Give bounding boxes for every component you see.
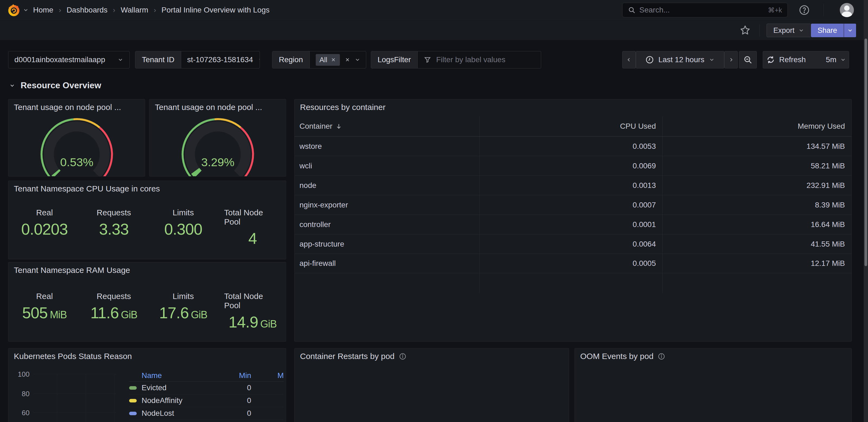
stat-value: 3.33 (99, 220, 129, 238)
variables-row: d0001ainboxatestmailaapp Tenant ID st-10… (0, 51, 868, 68)
refresh-icon (766, 55, 775, 64)
chart-legend-table: Name Min M Evicted0NodeAffinity0NodeLost… (129, 370, 284, 420)
tenant-id-value: st-107263-1581634 (187, 55, 253, 64)
region-chevron-icon[interactable] (354, 57, 361, 63)
panel-title[interactable]: OOM Events by pod (580, 351, 665, 361)
table-row: node0.0013232.91 MiB (294, 175, 851, 195)
share-button[interactable]: Share (811, 24, 844, 37)
stat-value: 14.9GiB (229, 313, 277, 331)
share-button-label: Share (817, 26, 837, 35)
cell-memory-used: 8.39 MiB (662, 201, 851, 209)
stat: Limits0.300 (147, 208, 219, 247)
legend-header-max[interactable]: M (251, 371, 284, 380)
legend-series-name[interactable]: Evicted (142, 384, 191, 392)
stat-label: Limits (173, 208, 194, 217)
panel-cpu-usage: Tenant Namespace CPU Usage in cores Real… (8, 180, 286, 259)
scrollbar-track[interactable] (864, 0, 868, 422)
refresh-group: Refresh 5m (763, 51, 849, 68)
cell-memory-used: 232.91 MiB (662, 181, 851, 190)
refresh-label: Refresh (779, 55, 806, 64)
info-icon[interactable] (658, 353, 665, 360)
cell-memory-used: 58.21 MiB (662, 162, 851, 170)
panel-title[interactable]: Tenant Namespace RAM Usage (14, 265, 130, 275)
avatar[interactable] (840, 3, 854, 17)
y-axis-tick: 80 (10, 390, 30, 398)
cell-cpu-used: 0.0005 (479, 259, 662, 268)
panel-title[interactable]: Tenant Namespace CPU Usage in cores (14, 184, 160, 193)
refresh-interval-dropdown[interactable]: 5m (820, 51, 852, 68)
panel-title[interactable]: Tenant usage on node pool ... (14, 103, 121, 112)
region-filter[interactable]: Region All (272, 51, 366, 68)
export-button-label: Export (773, 26, 795, 35)
breadcrumb-item[interactable]: Home (33, 6, 54, 15)
stat-label: Requests (97, 208, 131, 217)
breadcrumb-item[interactable]: Wallarm (121, 6, 148, 15)
help-icon[interactable] (799, 4, 810, 16)
search-placeholder: Search... (639, 6, 764, 15)
table-row: app-structure0.006441.55 MiB (294, 234, 851, 254)
time-range-picker[interactable]: Last 12 hours (636, 51, 724, 68)
stat-label: Real (36, 292, 53, 301)
zoom-out-button[interactable] (739, 51, 757, 68)
legend-header-name[interactable]: Name (129, 371, 191, 380)
org-switcher-chevron-icon[interactable] (23, 7, 29, 13)
legend-series-name[interactable]: NodeAffinity (142, 396, 191, 405)
table-row: nginx-exporter0.00078.39 MiB (294, 195, 851, 215)
stat-unit: MiB (50, 309, 67, 320)
stat-unit: GiB (191, 309, 207, 320)
time-back-button[interactable] (622, 51, 636, 68)
section-resource-overview[interactable]: Resource Overview (9, 80, 101, 90)
breadcrumb-item[interactable]: Portal Inline Overview with Logs (161, 6, 269, 15)
search-input[interactable]: Search... ⌘+k (622, 3, 788, 18)
grafana-logo-icon[interactable] (8, 3, 20, 17)
panel-title[interactable]: Container Restarts by pod (300, 351, 406, 361)
table-header-cpu-used[interactable]: CPU Used (479, 122, 662, 131)
region-chip-all[interactable]: All (316, 54, 340, 66)
share-menu-button[interactable] (844, 24, 856, 37)
stat-label: Limits (173, 292, 194, 301)
refresh-button[interactable]: Refresh (760, 51, 812, 68)
star-icon[interactable] (739, 24, 751, 36)
cell-container-name: api-firewall (294, 259, 479, 268)
breadcrumb-separator: › (59, 6, 61, 15)
tenant-id-dropdown[interactable]: Tenant ID st-107263-1581634 (135, 51, 260, 68)
panel-ram-usage: Tenant Namespace RAM Usage Real505MiBReq… (8, 262, 286, 342)
cell-memory-used: 16.64 MiB (662, 220, 851, 229)
legend-header-min[interactable]: Min (191, 371, 251, 380)
share-split-button: Share (811, 24, 856, 37)
cell-cpu-used: 0.0064 (479, 240, 662, 249)
stat-value: 4 (248, 229, 257, 247)
stat: Total Node Pool4 (219, 208, 286, 247)
cell-memory-used: 134.57 MiB (662, 142, 851, 151)
info-icon[interactable] (399, 353, 406, 360)
cell-cpu-used: 0.0007 (479, 201, 662, 209)
scrollbar-thumb[interactable] (865, 38, 867, 266)
stat-value: 0.300 (164, 220, 202, 238)
time-forward-button[interactable] (724, 51, 738, 68)
panel-title[interactable]: Resources by container (300, 103, 385, 112)
stat-unit: GiB (260, 318, 276, 330)
breadcrumb-item[interactable]: Dashboards (66, 6, 107, 15)
panel-title[interactable]: Tenant usage on node pool ... (155, 103, 262, 112)
legend-series-name[interactable]: NodeLost (142, 409, 191, 418)
export-button[interactable]: Export (767, 24, 811, 37)
logs-filter[interactable]: LogsFilter Filter by label values (371, 51, 541, 68)
table-row: wstore0.0053134.57 MiB (294, 136, 851, 156)
stat: Real505MiB (8, 292, 81, 331)
panel-container-restarts: Container Restarts by pod (294, 348, 569, 422)
legend-series-min: 0 (191, 384, 251, 392)
panel-pods-status: Kubernetes Pods Status Reason 1008060 Na… (8, 348, 286, 422)
stat-label: Total Node Pool (224, 292, 281, 310)
table-header-memory-used[interactable]: Memory Used (662, 122, 851, 131)
breadcrumb: Home›Dashboards›Wallarm›Portal Inline Ov… (33, 0, 270, 20)
resources-table: Container CPU Used Memory Used wstore0.0… (294, 116, 851, 273)
panel-title[interactable]: Kubernetes Pods Status Reason (14, 351, 132, 361)
region-clear-icon[interactable] (345, 57, 350, 62)
legend-row: Evicted0 (129, 382, 284, 394)
grafana-dashboard: Home›Dashboards›Wallarm›Portal Inline Ov… (0, 0, 868, 422)
region-label: Region (272, 51, 310, 68)
stat: Total Node Pool14.9GiB (219, 292, 286, 331)
legend-header-row: Name Min M (129, 370, 284, 382)
app-variable-dropdown[interactable]: d0001ainboxatestmailaapp (8, 51, 130, 68)
table-header-container[interactable]: Container (294, 122, 479, 131)
